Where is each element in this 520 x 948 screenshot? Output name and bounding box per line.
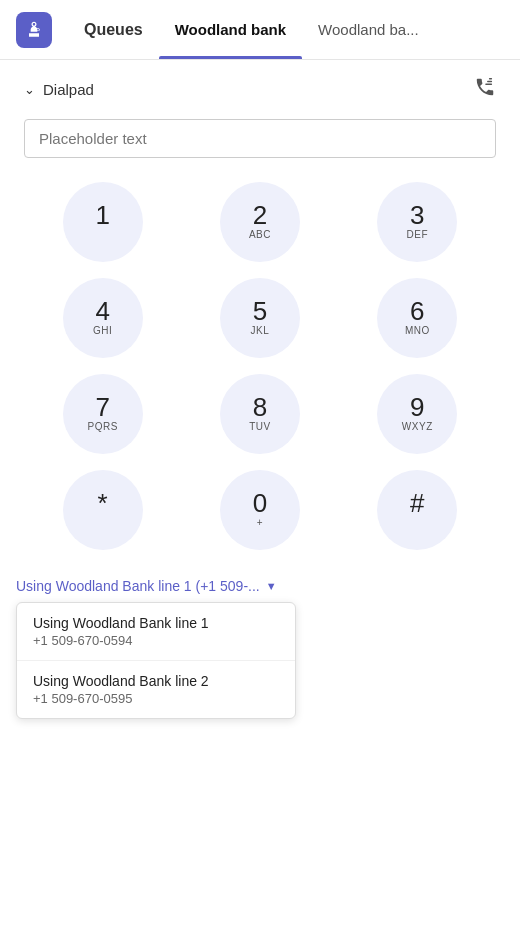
dial-button-1[interactable]: 1	[63, 182, 143, 262]
line-selector-area: Using Woodland Bank line 1 (+1 509-... ▼…	[0, 578, 520, 735]
dial-digit: 9	[410, 393, 424, 422]
dial-button-6[interactable]: 6MNO	[377, 278, 457, 358]
dial-letters: PQRS	[87, 421, 117, 435]
app-icon	[16, 12, 52, 48]
teams-icon	[24, 20, 44, 40]
dial-button-8[interactable]: 8TUV	[220, 374, 300, 454]
dial-letters: WXYZ	[402, 421, 433, 435]
dial-digit: 8	[253, 393, 267, 422]
tab-woodland-ba-overflow[interactable]: Woodland ba...	[302, 0, 435, 59]
dial-button-5[interactable]: 5JKL	[220, 278, 300, 358]
dial-digit: 3	[410, 201, 424, 230]
line-option-name: Using Woodland Bank line 2	[33, 673, 279, 689]
nav-tabs: Queues Woodland bank Woodland ba...	[68, 0, 435, 59]
dial-button-#[interactable]: #	[377, 470, 457, 550]
line-option-name: Using Woodland Bank line 1	[33, 615, 279, 631]
phone-number-input[interactable]	[24, 119, 496, 158]
dial-digit: 0	[253, 489, 267, 518]
dial-letters: ABC	[249, 229, 271, 243]
dial-digit: 4	[95, 297, 109, 326]
dial-letters: +	[257, 517, 263, 531]
dialpad-header: ⌄ Dialpad	[24, 76, 496, 103]
line-option-2[interactable]: Using Woodland Bank line 2+1 509-670-059…	[17, 661, 295, 718]
dial-button-9[interactable]: 9WXYZ	[377, 374, 457, 454]
line-option-number: +1 509-670-0595	[33, 691, 279, 706]
selected-line-label: Using Woodland Bank line 1 (+1 509-...	[16, 578, 260, 594]
chevron-down-icon: ⌄	[24, 82, 35, 97]
dialpad-label: Dialpad	[43, 81, 94, 98]
dial-digit: 7	[95, 393, 109, 422]
dial-letters: MNO	[405, 325, 430, 339]
dial-digit: 2	[253, 201, 267, 230]
app-header: Queues Woodland bank Woodland ba...	[0, 0, 520, 60]
tab-woodland-bank[interactable]: Woodland bank	[159, 0, 302, 59]
dial-digit: 6	[410, 297, 424, 326]
dialpad-section: ⌄ Dialpad 12ABC3DEF4GHI5JKL6MNO7PQRS8TUV…	[0, 60, 520, 550]
dial-letters: JKL	[251, 325, 270, 339]
dropdown-arrow-icon: ▼	[266, 580, 277, 592]
dial-button-0[interactable]: 0+	[220, 470, 300, 550]
dial-digit: 1	[95, 201, 109, 230]
line-dropdown: Using Woodland Bank line 1+1 509-670-059…	[16, 602, 296, 719]
dialpad-toggle[interactable]: ⌄ Dialpad	[24, 81, 94, 98]
dial-letters: TUV	[249, 421, 271, 435]
line-selector-button[interactable]: Using Woodland Bank line 1 (+1 509-... ▼	[16, 578, 504, 594]
dialpad-grid: 12ABC3DEF4GHI5JKL6MNO7PQRS8TUV9WXYZ*0+#	[24, 182, 496, 550]
tab-queues[interactable]: Queues	[68, 0, 159, 59]
dial-digit: 5	[253, 297, 267, 326]
dial-button-2[interactable]: 2ABC	[220, 182, 300, 262]
phone-icon[interactable]	[474, 76, 496, 103]
dial-button-3[interactable]: 3DEF	[377, 182, 457, 262]
dial-button-4[interactable]: 4GHI	[63, 278, 143, 358]
line-option-1[interactable]: Using Woodland Bank line 1+1 509-670-059…	[17, 603, 295, 661]
dial-button-*[interactable]: *	[63, 470, 143, 550]
dial-digit: *	[98, 489, 108, 518]
dial-digit: #	[410, 489, 424, 518]
line-option-number: +1 509-670-0594	[33, 633, 279, 648]
dial-letters: DEF	[407, 229, 429, 243]
dial-letters: GHI	[93, 325, 112, 339]
dial-button-7[interactable]: 7PQRS	[63, 374, 143, 454]
